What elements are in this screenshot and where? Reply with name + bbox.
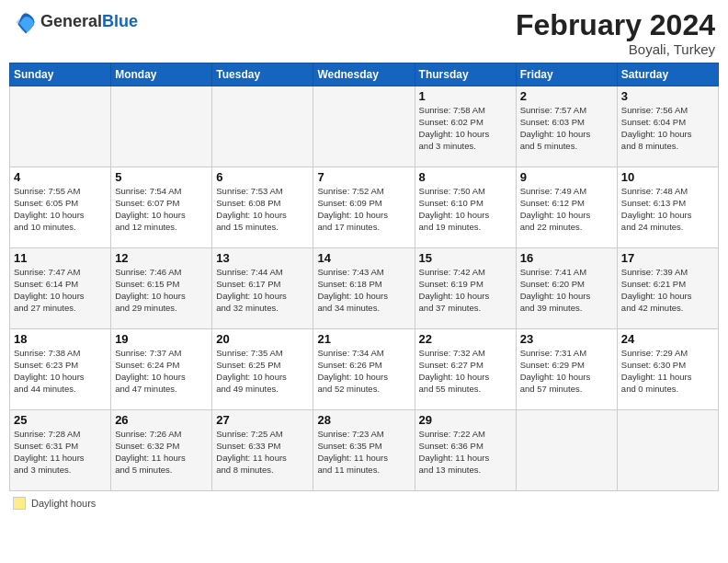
month-year-title: February 2024	[516, 9, 715, 41]
calendar-day-cell: 29Sunrise: 7:22 AM Sunset: 6:36 PM Dayli…	[415, 410, 516, 491]
day-info: Sunrise: 7:22 AM Sunset: 6:36 PM Dayligh…	[419, 429, 512, 476]
calendar-day-cell: 6Sunrise: 7:53 AM Sunset: 6:08 PM Daylig…	[212, 167, 313, 248]
day-info: Sunrise: 7:23 AM Sunset: 6:35 PM Dayligh…	[317, 429, 410, 476]
weekday-header-cell: Saturday	[617, 63, 718, 86]
calendar-day-cell: 7Sunrise: 7:52 AM Sunset: 6:09 PM Daylig…	[313, 167, 415, 248]
day-number: 12	[115, 251, 208, 265]
calendar-day-cell: 1Sunrise: 7:58 AM Sunset: 6:02 PM Daylig…	[415, 86, 516, 167]
day-number: 26	[115, 413, 208, 427]
calendar-day-cell: 11Sunrise: 7:47 AM Sunset: 6:14 PM Dayli…	[10, 248, 111, 329]
page-header: GeneralBlue February 2024 Boyali, Turkey	[9, 9, 719, 57]
calendar-day-cell	[617, 410, 718, 491]
calendar-body: 1Sunrise: 7:58 AM Sunset: 6:02 PM Daylig…	[10, 86, 719, 491]
calendar-day-cell: 4Sunrise: 7:55 AM Sunset: 6:05 PM Daylig…	[10, 167, 111, 248]
day-number: 1	[419, 89, 512, 103]
calendar-day-cell: 28Sunrise: 7:23 AM Sunset: 6:35 PM Dayli…	[313, 410, 415, 491]
day-info: Sunrise: 7:56 AM Sunset: 6:04 PM Dayligh…	[621, 105, 714, 152]
calendar-day-cell: 2Sunrise: 7:57 AM Sunset: 6:03 PM Daylig…	[516, 86, 617, 167]
day-info: Sunrise: 7:57 AM Sunset: 6:03 PM Dayligh…	[520, 105, 613, 152]
day-number: 20	[216, 332, 309, 346]
day-info: Sunrise: 7:53 AM Sunset: 6:08 PM Dayligh…	[216, 186, 309, 233]
calendar-week-row: 11Sunrise: 7:47 AM Sunset: 6:14 PM Dayli…	[10, 248, 719, 329]
day-number: 24	[621, 332, 714, 346]
day-number: 3	[621, 89, 714, 103]
calendar-day-cell: 16Sunrise: 7:41 AM Sunset: 6:20 PM Dayli…	[516, 248, 617, 329]
day-number: 11	[14, 251, 107, 265]
calendar-day-cell: 13Sunrise: 7:44 AM Sunset: 6:17 PM Dayli…	[212, 248, 313, 329]
day-number: 29	[419, 413, 512, 427]
day-number: 28	[317, 413, 410, 427]
calendar-day-cell: 19Sunrise: 7:37 AM Sunset: 6:24 PM Dayli…	[111, 329, 212, 410]
calendar-day-cell	[516, 410, 617, 491]
day-number: 2	[520, 89, 613, 103]
location-subtitle: Boyali, Turkey	[516, 41, 715, 57]
day-info: Sunrise: 7:44 AM Sunset: 6:17 PM Dayligh…	[216, 267, 309, 314]
calendar-day-cell: 26Sunrise: 7:26 AM Sunset: 6:32 PM Dayli…	[111, 410, 212, 491]
logo-icon	[13, 9, 39, 35]
calendar-day-cell: 14Sunrise: 7:43 AM Sunset: 6:18 PM Dayli…	[313, 248, 415, 329]
calendar-day-cell: 27Sunrise: 7:25 AM Sunset: 6:33 PM Dayli…	[212, 410, 313, 491]
day-info: Sunrise: 7:26 AM Sunset: 6:32 PM Dayligh…	[115, 429, 208, 476]
weekday-header-cell: Tuesday	[212, 63, 313, 86]
title-block: February 2024 Boyali, Turkey	[516, 9, 715, 57]
day-info: Sunrise: 7:49 AM Sunset: 6:12 PM Dayligh…	[520, 186, 613, 233]
day-info: Sunrise: 7:46 AM Sunset: 6:15 PM Dayligh…	[115, 267, 208, 314]
logo: GeneralBlue	[13, 9, 138, 35]
day-info: Sunrise: 7:34 AM Sunset: 6:26 PM Dayligh…	[317, 348, 410, 395]
calendar-day-cell: 10Sunrise: 7:48 AM Sunset: 6:13 PM Dayli…	[617, 167, 718, 248]
calendar-week-row: 25Sunrise: 7:28 AM Sunset: 6:31 PM Dayli…	[10, 410, 719, 491]
calendar-day-cell: 22Sunrise: 7:32 AM Sunset: 6:27 PM Dayli…	[415, 329, 516, 410]
calendar-day-cell: 25Sunrise: 7:28 AM Sunset: 6:31 PM Dayli…	[10, 410, 111, 491]
day-info: Sunrise: 7:38 AM Sunset: 6:23 PM Dayligh…	[14, 348, 107, 395]
day-info: Sunrise: 7:31 AM Sunset: 6:29 PM Dayligh…	[520, 348, 613, 395]
day-number: 19	[115, 332, 208, 346]
calendar-day-cell: 21Sunrise: 7:34 AM Sunset: 6:26 PM Dayli…	[313, 329, 415, 410]
day-info: Sunrise: 7:50 AM Sunset: 6:10 PM Dayligh…	[419, 186, 512, 233]
day-info: Sunrise: 7:37 AM Sunset: 6:24 PM Dayligh…	[115, 348, 208, 395]
day-number: 15	[419, 251, 512, 265]
day-info: Sunrise: 7:54 AM Sunset: 6:07 PM Dayligh…	[115, 186, 208, 233]
day-info: Sunrise: 7:42 AM Sunset: 6:19 PM Dayligh…	[419, 267, 512, 314]
day-info: Sunrise: 7:29 AM Sunset: 6:30 PM Dayligh…	[621, 348, 714, 395]
day-info: Sunrise: 7:25 AM Sunset: 6:33 PM Dayligh…	[216, 429, 309, 476]
calendar-table: SundayMondayTuesdayWednesdayThursdayFrid…	[9, 63, 719, 491]
legend-box	[13, 497, 26, 510]
calendar-day-cell: 8Sunrise: 7:50 AM Sunset: 6:10 PM Daylig…	[415, 167, 516, 248]
day-number: 16	[520, 251, 613, 265]
legend: Daylight hours	[9, 497, 719, 510]
calendar-day-cell	[10, 86, 111, 167]
day-number: 23	[520, 332, 613, 346]
day-number: 4	[14, 170, 107, 184]
day-number: 14	[317, 251, 410, 265]
calendar-day-cell: 15Sunrise: 7:42 AM Sunset: 6:19 PM Dayli…	[415, 248, 516, 329]
calendar-day-cell: 5Sunrise: 7:54 AM Sunset: 6:07 PM Daylig…	[111, 167, 212, 248]
calendar-day-cell	[212, 86, 313, 167]
day-number: 6	[216, 170, 309, 184]
day-info: Sunrise: 7:47 AM Sunset: 6:14 PM Dayligh…	[14, 267, 107, 314]
day-number: 5	[115, 170, 208, 184]
calendar-day-cell: 24Sunrise: 7:29 AM Sunset: 6:30 PM Dayli…	[617, 329, 718, 410]
calendar-day-cell: 17Sunrise: 7:39 AM Sunset: 6:21 PM Dayli…	[617, 248, 718, 329]
day-info: Sunrise: 7:48 AM Sunset: 6:13 PM Dayligh…	[621, 186, 714, 233]
day-info: Sunrise: 7:28 AM Sunset: 6:31 PM Dayligh…	[14, 429, 107, 476]
day-number: 22	[419, 332, 512, 346]
weekday-header-row: SundayMondayTuesdayWednesdayThursdayFrid…	[10, 63, 719, 86]
day-info: Sunrise: 7:41 AM Sunset: 6:20 PM Dayligh…	[520, 267, 613, 314]
weekday-header-cell: Thursday	[415, 63, 516, 86]
calendar-day-cell: 3Sunrise: 7:56 AM Sunset: 6:04 PM Daylig…	[617, 86, 718, 167]
logo-text: GeneralBlue	[40, 13, 138, 31]
weekday-header-cell: Sunday	[10, 63, 111, 86]
calendar-day-cell	[111, 86, 212, 167]
calendar-day-cell: 18Sunrise: 7:38 AM Sunset: 6:23 PM Dayli…	[10, 329, 111, 410]
day-number: 27	[216, 413, 309, 427]
calendar-day-cell: 9Sunrise: 7:49 AM Sunset: 6:12 PM Daylig…	[516, 167, 617, 248]
day-info: Sunrise: 7:35 AM Sunset: 6:25 PM Dayligh…	[216, 348, 309, 395]
day-info: Sunrise: 7:55 AM Sunset: 6:05 PM Dayligh…	[14, 186, 107, 233]
day-number: 25	[14, 413, 107, 427]
calendar-day-cell: 23Sunrise: 7:31 AM Sunset: 6:29 PM Dayli…	[516, 329, 617, 410]
calendar-week-row: 18Sunrise: 7:38 AM Sunset: 6:23 PM Dayli…	[10, 329, 719, 410]
day-number: 8	[419, 170, 512, 184]
day-number: 9	[520, 170, 613, 184]
day-number: 10	[621, 170, 714, 184]
day-info: Sunrise: 7:39 AM Sunset: 6:21 PM Dayligh…	[621, 267, 714, 314]
